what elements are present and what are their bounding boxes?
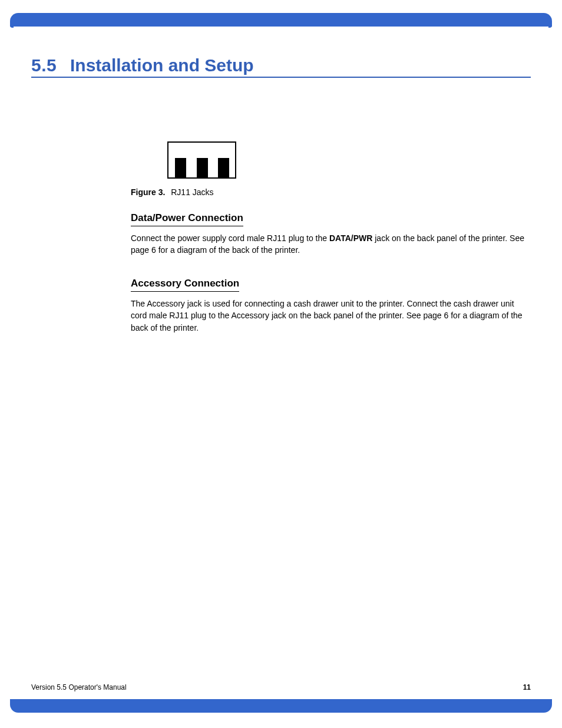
rj11-diagram (167, 141, 236, 179)
figure-text: RJ11 Jacks (171, 187, 213, 197)
footer-page-number: 11 (523, 683, 531, 691)
rj11-pin-icon (218, 158, 229, 177)
page-footer: Version 5.5 Operator's Manual 11 (31, 683, 531, 691)
page-top-border (10, 13, 552, 27)
rj11-pin-icon (197, 158, 208, 177)
subheading-data-power: Data/Power Connection (131, 212, 243, 226)
figure-label: Figure 3. (131, 187, 165, 197)
paragraph-accessory: The Accessory jack is used for connectin… (131, 298, 531, 334)
section-heading: 5.5 Installation and Setup (31, 35, 531, 78)
bottom-blue-bar (10, 699, 552, 713)
footer-doc-title: Version 5.5 Operator's Manual (31, 683, 127, 691)
page-title: Installation and Setup (70, 55, 254, 75)
text-bold-run: DATA/PWR (329, 233, 372, 243)
figure-caption: Figure 3. RJ11 Jacks (131, 187, 214, 197)
section-number: 5.5 (31, 55, 70, 75)
rj11-pin-icon (175, 158, 186, 177)
paragraph-data-power: Connect the power supply cord male RJ11 … (131, 232, 531, 256)
page-content: 5.5 Installation and Setup Figure 3. RJ1… (31, 35, 531, 78)
subheading-accessory: Accessory Connection (131, 278, 239, 292)
top-blue-bar (10, 13, 552, 27)
text-run: Connect the power supply cord male RJ11 … (131, 233, 329, 243)
page-bottom-border (10, 699, 552, 713)
